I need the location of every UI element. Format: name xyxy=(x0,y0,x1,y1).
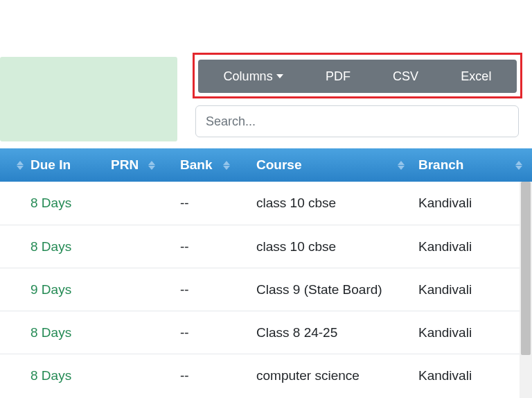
search-container xyxy=(195,105,519,137)
csv-label: CSV xyxy=(393,69,418,84)
cell-branch: Kandivali xyxy=(418,325,508,340)
cell-bank: -- xyxy=(180,239,256,254)
excel-label: Excel xyxy=(461,69,491,84)
cell-bank: -- xyxy=(180,325,256,340)
cell-due-in: 8 Days xyxy=(30,239,111,254)
table-row[interactable]: 8 Days--class 10 cbseKandivali xyxy=(0,182,532,225)
cell-course: Class 8 24-25 xyxy=(256,325,418,340)
data-table: Due In PRN Bank Course Branch 8 Days--cl… xyxy=(0,148,532,397)
col-header-label: PRN xyxy=(111,157,139,173)
table-row[interactable]: 8 Days--computer scienceKandivali xyxy=(0,354,532,397)
sort-icon xyxy=(223,161,230,170)
sort-icon xyxy=(398,161,405,170)
columns-label: Columns xyxy=(224,69,273,84)
sort-icon xyxy=(17,161,24,170)
col-header-course[interactable]: Course xyxy=(256,157,418,173)
table-header: Due In PRN Bank Course Branch xyxy=(0,148,532,182)
vertical-scrollbar[interactable] xyxy=(520,182,532,398)
csv-button[interactable]: CSV xyxy=(387,62,424,91)
sort-icon xyxy=(515,161,522,170)
cell-bank: -- xyxy=(180,282,256,297)
cell-course: computer science xyxy=(256,368,418,383)
col-header-label: Course xyxy=(256,157,301,173)
cell-bank: -- xyxy=(180,196,256,211)
col-header-bank[interactable]: Bank xyxy=(180,157,256,173)
columns-button[interactable]: Columns xyxy=(218,62,289,91)
table-row[interactable]: 8 Days--Class 8 24-25Kandivali xyxy=(0,311,532,354)
search-input[interactable] xyxy=(195,105,519,137)
scrollbar-thumb[interactable] xyxy=(521,182,531,355)
cell-due-in: 8 Days xyxy=(30,368,111,383)
cell-due-in: 8 Days xyxy=(30,325,111,340)
cell-due-in: 8 Days xyxy=(30,196,111,211)
col-header-label: Bank xyxy=(180,157,212,173)
sort-icon xyxy=(148,161,155,170)
col-header-label: Due In xyxy=(30,157,71,173)
col-header-branch[interactable]: Branch xyxy=(418,157,508,173)
cell-course: class 10 cbse xyxy=(256,196,418,211)
cell-branch: Kandivali xyxy=(418,239,508,254)
export-toolbar: Columns PDF CSV Excel xyxy=(198,60,517,93)
cell-due-in: 9 Days xyxy=(30,282,111,297)
cell-branch: Kandivali xyxy=(418,368,508,383)
cell-bank: -- xyxy=(180,368,256,383)
table-row[interactable]: 9 Days--Class 9 (State Board)Kandivali xyxy=(0,268,532,311)
excel-button[interactable]: Excel xyxy=(455,62,497,91)
col-header-due-in[interactable]: Due In xyxy=(30,157,111,173)
cell-branch: Kandivali xyxy=(418,282,508,297)
pdf-label: PDF xyxy=(326,69,351,84)
pdf-button[interactable]: PDF xyxy=(320,62,356,91)
col-header-prn[interactable]: PRN xyxy=(111,157,180,173)
cell-course: Class 9 (State Board) xyxy=(256,282,418,297)
table-body: 8 Days--class 10 cbseKandivali8 Days--cl… xyxy=(0,182,532,397)
caret-down-icon xyxy=(276,74,283,78)
cell-branch: Kandivali xyxy=(418,196,508,211)
col-header-label: Branch xyxy=(418,157,463,173)
cell-course: class 10 cbse xyxy=(256,239,418,254)
table-row[interactable]: 8 Days--class 10 cbseKandivali xyxy=(0,225,532,268)
notification-bg xyxy=(0,57,177,141)
